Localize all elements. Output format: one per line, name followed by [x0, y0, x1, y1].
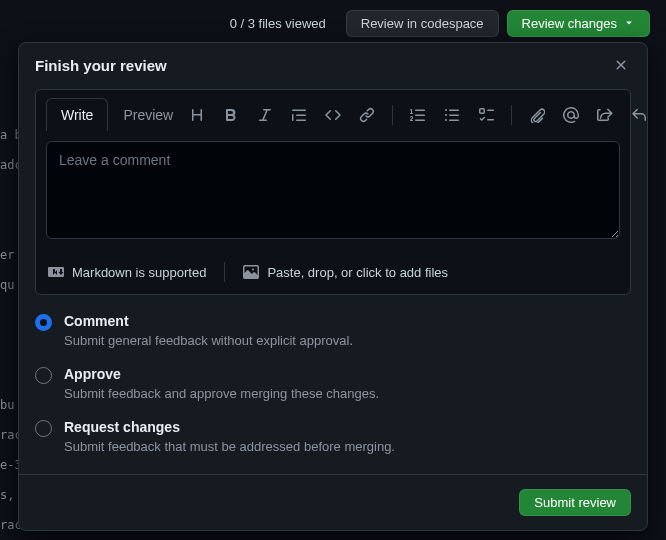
markdown-icon	[48, 264, 64, 280]
ordered-list-icon[interactable]	[409, 106, 427, 124]
radio-request-changes[interactable]	[35, 420, 52, 437]
toolbar-separator	[392, 105, 393, 125]
close-icon	[613, 57, 629, 73]
quote-icon[interactable]	[290, 106, 308, 124]
option-title: Request changes	[64, 419, 395, 435]
option-request-changes[interactable]: Request changes Submit feedback that mus…	[35, 419, 631, 454]
background-code-fragments: a b adc er qu bu rac e-3 s, rac nova bra…	[0, 0, 20, 540]
link-icon[interactable]	[358, 106, 376, 124]
chevron-down-icon	[623, 17, 635, 29]
markdown-supported-link[interactable]: Markdown is supported	[48, 264, 206, 280]
radio-comment[interactable]	[35, 314, 52, 331]
task-list-icon[interactable]	[477, 106, 495, 124]
tab-preview[interactable]: Preview	[108, 98, 188, 131]
bold-icon[interactable]	[222, 106, 240, 124]
radio-approve[interactable]	[35, 367, 52, 384]
italic-icon[interactable]	[256, 106, 274, 124]
editor-tabbar: Write Preview	[36, 90, 630, 131]
review-options: Comment Submit general feedback without …	[19, 295, 647, 454]
comment-editor: Write Preview	[35, 89, 631, 295]
attach-files-link[interactable]: Paste, drop, or click to add files	[243, 264, 448, 280]
option-description: Submit feedback that must be addressed b…	[64, 439, 395, 454]
cross-reference-icon[interactable]	[596, 106, 614, 124]
option-approve[interactable]: Approve Submit feedback and approve merg…	[35, 366, 631, 401]
review-changes-button[interactable]: Review changes	[507, 10, 650, 37]
review-in-codespace-button[interactable]: Review in codespace	[346, 10, 499, 37]
unordered-list-icon[interactable]	[443, 106, 461, 124]
toolbar-separator	[511, 105, 512, 125]
editor-meta-row: Markdown is supported Paste, drop, or cl…	[36, 252, 630, 294]
code-icon[interactable]	[324, 106, 342, 124]
option-comment[interactable]: Comment Submit general feedback without …	[35, 313, 631, 348]
mention-icon[interactable]	[562, 106, 580, 124]
submit-review-button[interactable]: Submit review	[519, 489, 631, 516]
close-button[interactable]	[611, 55, 631, 75]
option-description: Submit general feedback without explicit…	[64, 333, 353, 348]
image-icon	[243, 264, 259, 280]
modal-header: Finish your review	[19, 43, 647, 87]
files-viewed-count: 0 / 3 files viewed	[230, 16, 326, 31]
heading-icon[interactable]	[188, 106, 206, 124]
option-title: Comment	[64, 313, 353, 329]
comment-textarea[interactable]	[46, 141, 620, 239]
tab-write[interactable]: Write	[46, 98, 108, 131]
meta-separator	[224, 262, 225, 282]
review-modal: Finish your review Write Preview	[18, 42, 648, 531]
topbar: 0 / 3 files viewed Review in codespace R…	[0, 0, 666, 46]
option-description: Submit feedback and approve merging thes…	[64, 386, 379, 401]
option-title: Approve	[64, 366, 379, 382]
reply-icon[interactable]	[630, 106, 648, 124]
attach-icon[interactable]	[528, 106, 546, 124]
modal-footer: Submit review	[19, 474, 647, 530]
markdown-toolbar	[188, 105, 652, 125]
modal-title: Finish your review	[35, 57, 167, 74]
